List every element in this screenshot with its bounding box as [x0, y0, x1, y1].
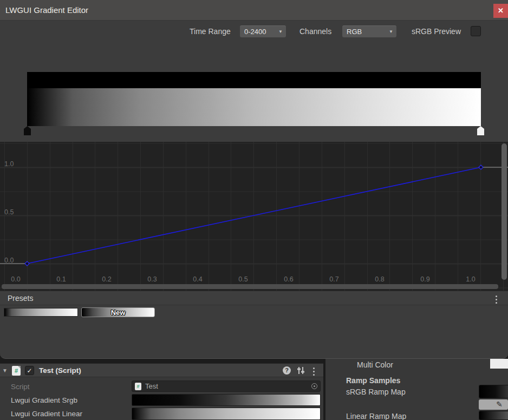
horizontal-scrollbar[interactable] — [2, 284, 498, 289]
presets-header: Presets — [0, 291, 508, 305]
window-title: LWGUI Gradient Editor — [5, 5, 88, 15]
alpha-preview-strip[interactable] — [27, 72, 481, 88]
kebab-menu-icon[interactable] — [313, 368, 315, 376]
srgb-preview-label: sRGB Preview — [412, 25, 461, 37]
script-field-label: Script — [11, 383, 30, 391]
inspector-panel: ▼ # ✓ Test (Script) ? Script # Test — [0, 363, 323, 420]
presets-title: Presets — [8, 291, 33, 306]
linear-ramp-swatch[interactable] — [479, 411, 508, 420]
channels-label: Channels — [299, 25, 331, 37]
preset-swatch[interactable] — [4, 308, 78, 317]
vertical-scrollbar[interactable] — [502, 143, 507, 280]
time-range-label: Time Range — [190, 25, 231, 37]
script-object-field[interactable]: # Test — [132, 380, 321, 392]
multi-color-label: Multi Color — [357, 360, 393, 369]
gradient-srgb-field[interactable] — [132, 394, 321, 406]
component-header[interactable]: ▼ # ✓ Test (Script) ? — [0, 363, 323, 377]
component-title: Test (Script) — [39, 364, 81, 378]
edit-ramp-button[interactable]: ✎ — [479, 399, 508, 410]
material-panel: Multi Color Ramp Samples sRGB Ramp Map ✎… — [325, 359, 508, 420]
chevron-down-icon: ▼ — [278, 26, 283, 38]
screen: LWGUI Gradient Editor ✕ Time Range 0-240… — [0, 0, 508, 420]
chevron-down-icon: ▼ — [389, 26, 393, 38]
presets-manager-icon[interactable] — [297, 366, 305, 377]
preset-swatch-new[interactable]: New — [81, 307, 155, 317]
gradient-srgb-label: Lwgui Gradient Srgb — [11, 396, 77, 404]
gradient-linear-field[interactable] — [132, 408, 321, 420]
time-range-value: 0-2400 — [244, 28, 266, 36]
curve-plot[interactable] — [0, 142, 508, 291]
pencil-icon: ✎ — [496, 400, 503, 409]
preset-new-label: New — [82, 309, 154, 317]
srgb-preview-checkbox[interactable] — [471, 26, 481, 36]
component-enabled-checkbox[interactable]: ✓ — [25, 366, 34, 375]
help-icon[interactable]: ? — [283, 366, 291, 375]
csharp-script-icon: # — [135, 383, 141, 390]
multi-color-swatch[interactable] — [490, 359, 508, 369]
srgb-ramp-swatch[interactable] — [479, 385, 508, 398]
gradient-preview-strip[interactable] — [27, 88, 481, 126]
gradient-key-right[interactable] — [477, 126, 484, 135]
time-range-dropdown[interactable]: 0-2400 ▼ — [240, 25, 286, 37]
close-button[interactable]: ✕ — [493, 4, 508, 18]
kebab-menu-icon[interactable] — [496, 296, 497, 304]
window-title-bar[interactable]: LWGUI Gradient Editor ✕ — [0, 0, 508, 21]
csharp-script-icon: # — [12, 366, 21, 376]
channels-dropdown[interactable]: RGB ▼ — [342, 25, 396, 37]
channels-value: RGB — [347, 28, 362, 36]
gradient-key-left[interactable] — [24, 126, 31, 135]
gradient-editor-window: LWGUI Gradient Editor ✕ Time Range 0-240… — [0, 0, 508, 359]
linear-ramp-map-label: Linear Ramp Map — [346, 412, 406, 420]
ramp-samples-header: Ramp Samples — [346, 376, 400, 385]
foldout-icon[interactable]: ▼ — [2, 368, 8, 373]
script-object-value: Test — [145, 381, 158, 391]
object-picker-icon[interactable] — [311, 383, 317, 389]
curve-editor[interactable]: 1.00.50.0 0.00.10.20.30.40.50.60.70.80.9… — [0, 142, 508, 291]
gradient-linear-label: Lwgui Gradient Linear — [11, 410, 82, 418]
srgb-ramp-map-label: sRGB Ramp Map — [346, 388, 406, 396]
